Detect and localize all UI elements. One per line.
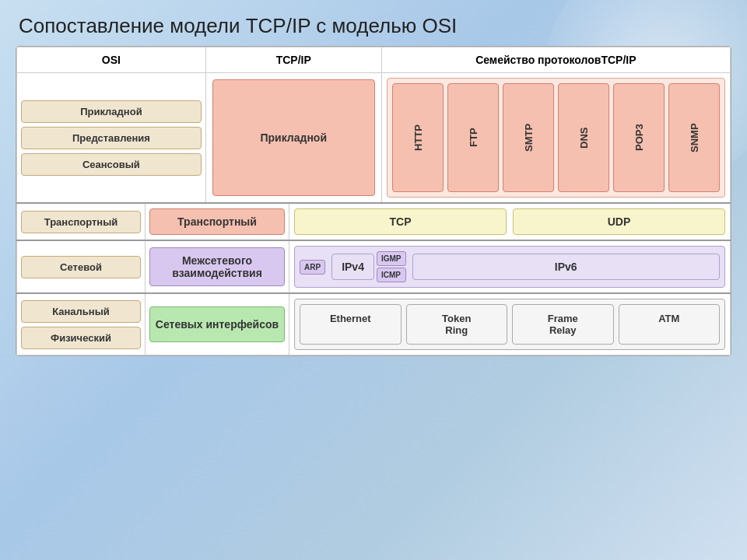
main-diagram: OSI TCP/IP Семейство протоколовTCP/IP Пр… [16, 46, 731, 356]
tcpip-layer-internet: Межсетевого взаимодействия [149, 247, 285, 286]
proto-ipv4: IPv4 [331, 254, 374, 280]
proto-smtp: SMTP [503, 83, 554, 192]
proto-frame-relay: FrameRelay [512, 304, 614, 345]
osi-layer-app: Прикладной [21, 100, 202, 123]
osi-layer-network: Сетевой [21, 256, 141, 278]
proto-arp: ARP [300, 260, 325, 275]
proto-http: HTTP [392, 83, 444, 192]
osi-layer-datalink: Канальный [21, 300, 141, 323]
tcpip-layer-network-access: Сетевых интерфейсов [149, 306, 285, 342]
tcpip-header: TCP/IP [205, 47, 381, 73]
protocols-header: Семейство протоколовTCP/IP [381, 47, 730, 73]
proto-icmp: ICMP [377, 268, 406, 282]
osi-layer-session: Сеансовый [21, 153, 202, 176]
osi-layer-presentation: Представления [21, 127, 202, 149]
proto-pop3: POP3 [613, 83, 665, 192]
proto-dns: DNS [558, 83, 609, 192]
osi-layer-physical: Физический [21, 327, 141, 349]
proto-snmp: SNMP [668, 83, 720, 192]
proto-ftp: FTP [447, 83, 499, 192]
proto-tcp: TCP [294, 208, 507, 235]
proto-atm: ATM [619, 304, 721, 345]
osi-header: OSI [17, 47, 206, 73]
proto-udp: UDP [513, 208, 725, 235]
tcpip-layer-transport: Транспортный [149, 208, 285, 235]
proto-ethernet: Ethernet [300, 304, 402, 345]
proto-igmp: IGMP [377, 251, 406, 266]
proto-ipv6: IPv6 [412, 254, 721, 280]
osi-layer-transport: Транспортный [21, 211, 141, 233]
page-title: Сопоставление модели TCP/IP с моделью OS… [0, 0, 747, 46]
proto-token-ring: TokenRing [406, 304, 508, 345]
tcpip-layer-app: Прикладной [212, 79, 375, 196]
